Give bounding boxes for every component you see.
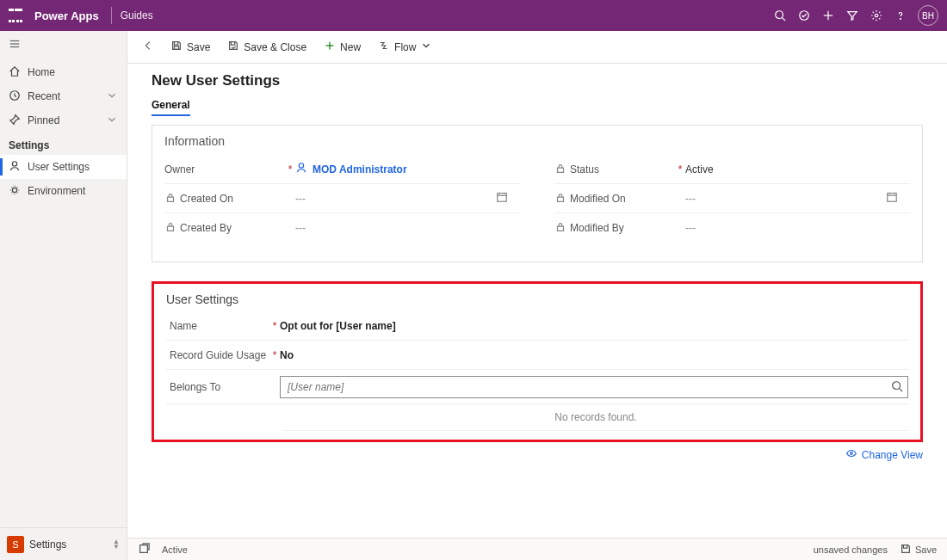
add-icon[interactable] — [816, 9, 840, 22]
user-avatar[interactable]: BH — [918, 5, 938, 26]
eye-icon — [845, 447, 857, 462]
save-icon — [900, 543, 912, 557]
svg-rect-33 — [140, 545, 148, 552]
area-label: Settings — [29, 538, 66, 551]
lock-icon — [554, 192, 566, 206]
row-modified-by: Modified By --- — [554, 213, 910, 243]
nav-environment[interactable]: Environment — [0, 179, 127, 203]
status-bar: Active unsaved changes Save — [127, 538, 947, 560]
content: New User Settings General Information Ow… — [127, 64, 947, 538]
svg-point-30 — [893, 381, 901, 389]
lock-icon — [164, 221, 176, 235]
new-label: New — [340, 41, 361, 53]
nav-user-settings[interactable]: User Settings — [0, 155, 127, 179]
row-record-guide-usage: Record Guide Usage * No — [166, 341, 908, 370]
svg-point-6 — [901, 19, 901, 20]
popout-icon[interactable] — [138, 543, 150, 557]
chevron-down-icon — [106, 114, 118, 128]
svg-point-5 — [875, 14, 878, 17]
unsaved-changes-label: unsaved changes — [814, 545, 888, 555]
sidebar: Home Recent Pinned Settings User Setting… — [0, 31, 127, 560]
updown-icon: ▲▼ — [113, 539, 120, 550]
svg-line-31 — [900, 388, 903, 391]
svg-rect-13 — [174, 46, 178, 50]
save-label: Save — [187, 41, 210, 53]
svg-rect-22 — [168, 226, 174, 231]
row-created-on: Created On --- — [164, 184, 520, 213]
new-button[interactable]: New — [317, 36, 368, 58]
main: Save Save & Close New Flow New User Sett… — [127, 31, 947, 560]
help-icon[interactable] — [888, 9, 913, 22]
search-icon[interactable] — [891, 380, 903, 395]
command-bar: Save Save & Close New Flow — [127, 31, 947, 64]
svg-point-12 — [12, 188, 16, 192]
modified-on-label: Modified On — [570, 193, 626, 205]
row-status: Status * Active — [554, 155, 910, 184]
svg-rect-25 — [888, 194, 897, 202]
change-view-row: Change View — [152, 447, 923, 462]
nav-home-label: Home — [28, 66, 55, 78]
nav-home[interactable]: Home — [0, 60, 127, 84]
footer-save-button[interactable]: Save — [900, 543, 937, 557]
svg-point-11 — [12, 161, 16, 165]
owner-label: Owner — [164, 163, 195, 175]
search-icon[interactable] — [768, 9, 792, 22]
calendar-icon[interactable] — [886, 191, 898, 206]
save-button[interactable]: Save — [164, 36, 217, 58]
flow-icon — [378, 40, 390, 54]
brand-label: Power Apps — [34, 9, 99, 22]
created-by-label: Created By — [180, 222, 232, 234]
calendar-icon[interactable] — [496, 191, 508, 206]
row-belongs-to: Belongs To — [166, 370, 908, 404]
record-guide-usage-value[interactable]: No — [280, 349, 908, 361]
owner-value[interactable]: MOD Administrator — [295, 162, 520, 176]
task-icon[interactable] — [792, 9, 816, 22]
belongs-to-label: Belongs To — [166, 381, 269, 393]
user-icon — [9, 160, 21, 175]
app-name: Guides — [121, 9, 153, 22]
svg-line-1 — [783, 18, 786, 22]
status-value[interactable]: Active — [685, 163, 910, 175]
back-button[interactable] — [136, 40, 160, 54]
information-section: Information Owner * MOD Administrator — [152, 125, 923, 262]
app-launcher-icon[interactable] — [9, 9, 22, 22]
nav-user-settings-label: User Settings — [28, 161, 90, 173]
nav-recent-label: Recent — [28, 90, 60, 102]
save-close-button[interactable]: Save & Close — [220, 36, 313, 58]
save-icon — [170, 40, 183, 54]
nav-environment-label: Environment — [28, 185, 85, 197]
status-active: Active — [162, 545, 188, 555]
flow-label: Flow — [394, 41, 416, 53]
required-mark: * — [285, 163, 295, 175]
change-view-link[interactable]: Change View — [845, 447, 923, 462]
created-by-value: --- — [295, 222, 520, 234]
svg-rect-17 — [168, 197, 174, 201]
page-title: New User Settings — [152, 72, 923, 89]
chevron-down-icon — [420, 40, 432, 54]
created-on-label: Created On — [180, 193, 233, 205]
required-mark: * — [269, 349, 280, 361]
created-on-value: --- — [295, 191, 520, 206]
top-bar: Power Apps Guides BH — [0, 0, 947, 31]
modified-by-value: --- — [685, 222, 910, 234]
svg-point-16 — [299, 163, 303, 168]
svg-rect-18 — [498, 194, 507, 202]
nav-pinned[interactable]: Pinned — [0, 108, 127, 132]
hamburger-icon[interactable] — [0, 31, 127, 60]
tab-general[interactable]: General — [152, 99, 190, 116]
nav-recent[interactable]: Recent — [0, 84, 127, 108]
divider — [111, 7, 112, 24]
settings-icon[interactable] — [864, 9, 888, 22]
row-modified-on: Modified On --- — [554, 184, 910, 213]
name-label: Name — [166, 320, 269, 332]
modified-by-label: Modified By — [570, 222, 624, 234]
svg-point-0 — [776, 11, 783, 19]
flow-button[interactable]: Flow — [371, 36, 439, 58]
lock-icon — [554, 221, 566, 235]
sidebar-area-switcher[interactable]: S Settings ▲▼ — [0, 527, 127, 560]
filter-icon[interactable] — [840, 9, 864, 22]
belongs-to-input[interactable] — [280, 376, 908, 398]
chevron-down-icon — [106, 89, 118, 104]
status-label: Status — [570, 163, 599, 175]
name-value[interactable]: Opt out for [User name] — [280, 320, 908, 332]
